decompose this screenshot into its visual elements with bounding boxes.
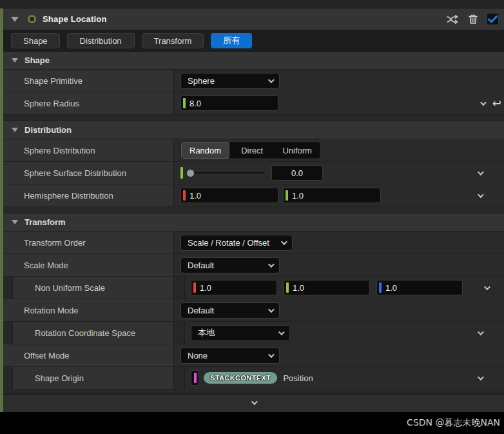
- chevron-down-icon[interactable]: [478, 374, 484, 380]
- sphere-distribution-segmented-control: Random Direct Uniform: [180, 142, 320, 159]
- tab-shape[interactable]: Shape: [11, 33, 60, 48]
- value-chip-green: [183, 98, 186, 108]
- chevron-down-icon: [268, 306, 275, 313]
- chevron-down-icon: [268, 351, 275, 358]
- top-strip: [0, 0, 504, 8]
- shape-primitive-label: Shape Primitive: [3, 76, 82, 86]
- value-chip-magenta: [194, 373, 197, 383]
- indent-guide: [174, 277, 185, 299]
- niagara-module-panel: Shape Location: [0, 0, 504, 434]
- chevron-down-icon[interactable]: [484, 284, 490, 290]
- tab-all[interactable]: 所有: [211, 33, 252, 48]
- sphere-distribution-label: Sphere Distribution: [3, 146, 95, 155]
- segment-direct[interactable]: Direct: [229, 142, 275, 159]
- row-hemisphere-distribution: Hemisphere Distribution 1.0 1.0: [3, 184, 504, 207]
- watermark-text: CSDN @暮志未晚NAN: [407, 417, 500, 429]
- expand-module-button[interactable]: [3, 394, 504, 412]
- rotation-mode-label: Rotation Mode: [3, 306, 79, 315]
- filter-tabs: Shape Distribution Transform 所有: [3, 30, 504, 52]
- scale-mode-label: Scale Mode: [3, 261, 68, 270]
- non-uniform-scale-z-input[interactable]: 1.0: [376, 280, 463, 295]
- non-uniform-scale-x-input[interactable]: 1.0: [191, 280, 277, 295]
- reset-to-default-icon[interactable]: ↩: [492, 98, 501, 109]
- trash-icon[interactable]: [467, 13, 479, 25]
- row-shape-origin: Shape Origin STACKCONTEXT Position: [3, 367, 504, 390]
- chevron-down-icon: [278, 329, 285, 335]
- indent-guide: [3, 322, 13, 344]
- row-non-uniform-scale: Non Uniform Scale 1.0 1.0: [3, 277, 504, 299]
- hemisphere-distribution-label: Hemisphere Distribution: [3, 191, 113, 201]
- offset-mode-dropdown[interactable]: None: [180, 348, 280, 364]
- value-chip-green: [180, 167, 183, 179]
- row-sphere-surface-distribution: Sphere Surface Distribution 0.0: [3, 162, 504, 184]
- bottom-area: CSDN @暮志未晚NAN: [0, 412, 504, 433]
- row-transform-order: Transform Order Scale / Rotate / Offset: [3, 232, 504, 254]
- value-chip-green: [286, 282, 289, 293]
- hemisphere-y-input[interactable]: 1.0: [283, 188, 381, 203]
- transform-order-label: Transform Order: [3, 238, 86, 248]
- collapse-arrow-icon[interactable]: [11, 17, 19, 22]
- segment-random[interactable]: Random: [181, 142, 229, 159]
- indent-guide: [3, 367, 13, 389]
- chevron-down-icon: [251, 399, 258, 405]
- section-title: Shape: [24, 55, 50, 65]
- section-collapse-icon[interactable]: [12, 128, 18, 132]
- sphere-radius-input[interactable]: 8.0: [180, 95, 278, 111]
- indent-guide: [174, 367, 185, 389]
- segment-uniform[interactable]: Uniform: [275, 142, 320, 159]
- rotation-coordinate-space-dropdown[interactable]: 本地: [191, 325, 290, 341]
- slider-handle[interactable]: [187, 170, 194, 177]
- module-circle-icon: [28, 15, 36, 23]
- sphere-surface-distribution-label: Sphere Surface Distribution: [3, 168, 126, 178]
- non-uniform-scale-label: Non Uniform Scale: [13, 283, 105, 293]
- chevron-down-icon[interactable]: [478, 192, 484, 198]
- row-rotation-coordinate-space: Rotation Coordinate Space 本地: [3, 322, 504, 344]
- row-offset-mode: Offset Mode None: [3, 344, 504, 367]
- chevron-down-icon[interactable]: [480, 99, 487, 106]
- section-title: Transform: [24, 217, 66, 227]
- chevron-down-icon: [268, 261, 275, 268]
- row-sphere-radius: Sphere Radius 8.0 ↩: [3, 92, 504, 115]
- chevron-down-icon[interactable]: [478, 169, 484, 175]
- shape-origin-label: Shape Origin: [13, 373, 84, 383]
- row-sphere-distribution: Sphere Distribution Random Direct Unifor…: [3, 139, 504, 162]
- section-title: Distribution: [24, 125, 72, 135]
- section-header-distribution[interactable]: Distribution: [3, 121, 504, 139]
- stack-context-badge[interactable]: STACKCONTEXT: [204, 372, 277, 384]
- rotation-coordinate-space-label: Rotation Coordinate Space: [13, 328, 135, 338]
- shuffle-icon[interactable]: [447, 13, 459, 25]
- section-collapse-icon[interactable]: [12, 220, 18, 224]
- value-chip-blue: [379, 282, 382, 293]
- section-header-transform[interactable]: Transform: [3, 213, 504, 232]
- module-enabled-checkbox[interactable]: [487, 13, 499, 25]
- hemisphere-x-input[interactable]: 1.0: [180, 188, 278, 203]
- indent-guide: [174, 322, 185, 344]
- transform-order-dropdown[interactable]: Scale / Rotate / Offset: [180, 235, 293, 251]
- tab-transform[interactable]: Transform: [142, 33, 204, 48]
- shape-origin-color-chip[interactable]: [191, 370, 199, 386]
- slider-track[interactable]: [194, 172, 265, 173]
- sphere-radius-label: Sphere Radius: [3, 99, 79, 108]
- section-collapse-icon[interactable]: [12, 58, 18, 63]
- sphere-surface-distribution-input[interactable]: 0.0: [271, 165, 323, 181]
- row-rotation-mode: Rotation Mode Default: [3, 299, 504, 322]
- value-chip-red: [183, 190, 186, 201]
- row-shape-primitive: Shape Primitive Sphere: [3, 70, 504, 92]
- shape-primitive-dropdown[interactable]: Sphere: [180, 73, 280, 89]
- shape-origin-value: Position: [283, 373, 313, 383]
- section-gap: [3, 115, 504, 121]
- chevron-down-icon: [281, 239, 287, 245]
- rotation-mode-dropdown[interactable]: Default: [180, 302, 280, 319]
- tab-distribution[interactable]: Distribution: [67, 33, 135, 48]
- non-uniform-scale-y-input[interactable]: 1.0: [284, 280, 370, 295]
- chevron-down-icon[interactable]: [478, 329, 484, 335]
- section-header-shape[interactable]: Shape: [3, 52, 504, 70]
- value-chip-red: [193, 282, 196, 293]
- section-gap: [3, 390, 504, 394]
- section-gap: [3, 207, 504, 213]
- row-scale-mode: Scale Mode Default: [3, 254, 504, 277]
- scale-mode-dropdown[interactable]: Default: [180, 257, 280, 273]
- value-chip-green: [286, 190, 288, 201]
- chevron-down-icon: [268, 77, 275, 83]
- module-header: Shape Location: [3, 8, 504, 30]
